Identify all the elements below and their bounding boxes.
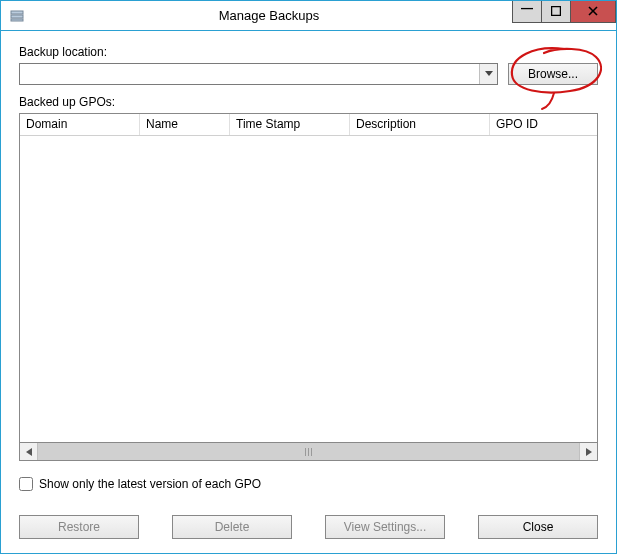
show-latest-row: Show only the latest version of each GPO [19,477,598,491]
bottom-button-row: Restore Delete View Settings... Close [19,515,598,539]
column-header-timestamp[interactable]: Time Stamp [230,114,350,135]
listview-header: Domain Name Time Stamp Description GPO I… [20,114,597,136]
column-header-description[interactable]: Description [350,114,490,135]
column-header-gpoid[interactable]: GPO ID [490,114,597,135]
client-area: Backup location: Browse... Backed up GPO… [1,31,616,553]
backup-location-input[interactable] [20,64,479,84]
gpo-table-wrap: Domain Name Time Stamp Description GPO I… [19,113,598,461]
svg-marker-6 [485,71,493,76]
column-header-domain[interactable]: Domain [20,114,140,135]
svg-rect-0 [11,11,23,14]
scroll-right-icon[interactable] [579,443,597,460]
scroll-left-icon[interactable] [20,443,38,460]
svg-marker-7 [26,448,32,456]
delete-button: Delete [172,515,292,539]
window-buttons: — [513,1,616,23]
horizontal-scrollbar[interactable] [19,443,598,461]
svg-rect-2 [11,19,23,21]
dropdown-icon[interactable] [479,64,497,84]
backed-up-gpos-label: Backed up GPOs: [19,95,598,109]
window-title: Manage Backups [25,8,513,23]
maximize-button[interactable] [541,1,571,23]
backup-location-row: Browse... [19,63,598,85]
svg-marker-8 [586,448,592,456]
backup-location-combobox[interactable] [19,63,498,85]
scroll-thumb[interactable] [38,443,579,460]
svg-rect-1 [11,15,23,18]
gpo-listview[interactable]: Domain Name Time Stamp Description GPO I… [19,113,598,443]
view-settings-button: View Settings... [325,515,445,539]
browse-button[interactable]: Browse... [508,63,598,85]
close-window-button[interactable] [570,1,616,23]
show-latest-label[interactable]: Show only the latest version of each GPO [39,477,261,491]
restore-button: Restore [19,515,139,539]
svg-rect-3 [552,7,561,16]
backup-location-label: Backup location: [19,45,598,59]
close-button[interactable]: Close [478,515,598,539]
manage-backups-window: Manage Backups — Backup location: Browse… [0,0,617,554]
app-icon [9,8,25,24]
show-latest-checkbox[interactable] [19,477,33,491]
column-header-name[interactable]: Name [140,114,230,135]
titlebar: Manage Backups — [1,1,616,31]
minimize-button[interactable]: — [512,1,542,23]
scroll-track[interactable] [38,443,579,460]
listview-body[interactable] [20,136,597,442]
